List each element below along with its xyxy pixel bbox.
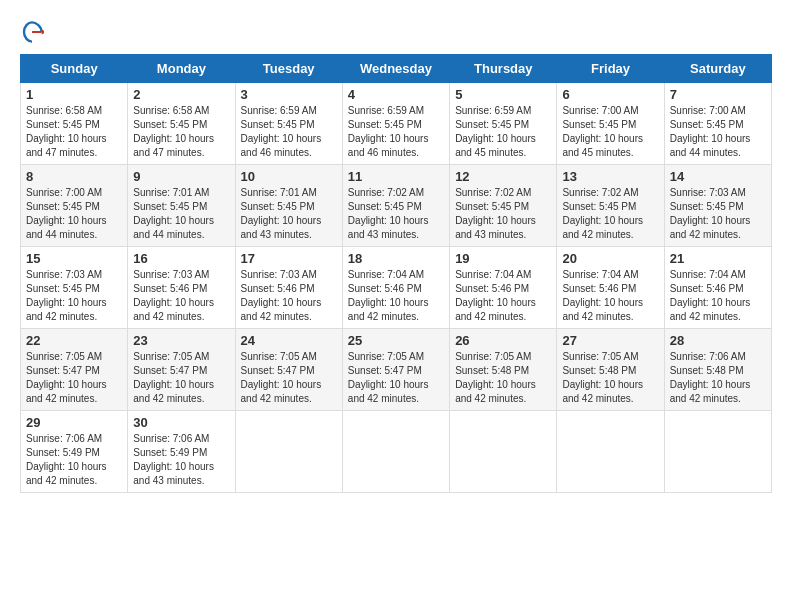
calendar-day-6: 6Sunrise: 7:00 AM Sunset: 5:45 PM Daylig…	[557, 83, 664, 165]
calendar-day-empty	[450, 411, 557, 493]
day-info: Sunrise: 7:03 AM Sunset: 5:46 PM Dayligh…	[241, 268, 337, 324]
calendar-day-empty	[235, 411, 342, 493]
calendar-day-15: 15Sunrise: 7:03 AM Sunset: 5:45 PM Dayli…	[21, 247, 128, 329]
day-info: Sunrise: 7:01 AM Sunset: 5:45 PM Dayligh…	[133, 186, 229, 242]
day-number: 16	[133, 251, 229, 266]
day-number: 3	[241, 87, 337, 102]
calendar-day-4: 4Sunrise: 6:59 AM Sunset: 5:45 PM Daylig…	[342, 83, 449, 165]
logo	[20, 20, 48, 44]
day-info: Sunrise: 7:04 AM Sunset: 5:46 PM Dayligh…	[348, 268, 444, 324]
calendar-day-27: 27Sunrise: 7:05 AM Sunset: 5:48 PM Dayli…	[557, 329, 664, 411]
day-info: Sunrise: 7:02 AM Sunset: 5:45 PM Dayligh…	[455, 186, 551, 242]
day-number: 14	[670, 169, 766, 184]
day-info: Sunrise: 7:00 AM Sunset: 5:45 PM Dayligh…	[26, 186, 122, 242]
day-info: Sunrise: 7:01 AM Sunset: 5:45 PM Dayligh…	[241, 186, 337, 242]
calendar-day-7: 7Sunrise: 7:00 AM Sunset: 5:45 PM Daylig…	[664, 83, 771, 165]
calendar-day-5: 5Sunrise: 6:59 AM Sunset: 5:45 PM Daylig…	[450, 83, 557, 165]
calendar-week-row-1: 1Sunrise: 6:58 AM Sunset: 5:45 PM Daylig…	[21, 83, 772, 165]
calendar-day-18: 18Sunrise: 7:04 AM Sunset: 5:46 PM Dayli…	[342, 247, 449, 329]
calendar-day-13: 13Sunrise: 7:02 AM Sunset: 5:45 PM Dayli…	[557, 165, 664, 247]
day-info: Sunrise: 7:04 AM Sunset: 5:46 PM Dayligh…	[562, 268, 658, 324]
day-number: 9	[133, 169, 229, 184]
day-info: Sunrise: 7:05 AM Sunset: 5:47 PM Dayligh…	[241, 350, 337, 406]
calendar-day-17: 17Sunrise: 7:03 AM Sunset: 5:46 PM Dayli…	[235, 247, 342, 329]
calendar-day-8: 8Sunrise: 7:00 AM Sunset: 5:45 PM Daylig…	[21, 165, 128, 247]
day-info: Sunrise: 7:06 AM Sunset: 5:48 PM Dayligh…	[670, 350, 766, 406]
page-header	[20, 20, 772, 44]
weekday-header-row: SundayMondayTuesdayWednesdayThursdayFrid…	[21, 55, 772, 83]
calendar-day-28: 28Sunrise: 7:06 AM Sunset: 5:48 PM Dayli…	[664, 329, 771, 411]
calendar-day-3: 3Sunrise: 6:59 AM Sunset: 5:45 PM Daylig…	[235, 83, 342, 165]
calendar-day-20: 20Sunrise: 7:04 AM Sunset: 5:46 PM Dayli…	[557, 247, 664, 329]
day-number: 10	[241, 169, 337, 184]
calendar-day-25: 25Sunrise: 7:05 AM Sunset: 5:47 PM Dayli…	[342, 329, 449, 411]
day-number: 5	[455, 87, 551, 102]
calendar-day-empty	[664, 411, 771, 493]
calendar-day-9: 9Sunrise: 7:01 AM Sunset: 5:45 PM Daylig…	[128, 165, 235, 247]
day-number: 13	[562, 169, 658, 184]
day-info: Sunrise: 7:03 AM Sunset: 5:45 PM Dayligh…	[26, 268, 122, 324]
day-info: Sunrise: 6:58 AM Sunset: 5:45 PM Dayligh…	[26, 104, 122, 160]
weekday-header-wednesday: Wednesday	[342, 55, 449, 83]
svg-marker-0	[42, 30, 44, 35]
day-info: Sunrise: 6:58 AM Sunset: 5:45 PM Dayligh…	[133, 104, 229, 160]
weekday-header-sunday: Sunday	[21, 55, 128, 83]
day-info: Sunrise: 7:06 AM Sunset: 5:49 PM Dayligh…	[26, 432, 122, 488]
calendar-header: SundayMondayTuesdayWednesdayThursdayFrid…	[21, 55, 772, 83]
logo-icon	[20, 20, 44, 44]
calendar-day-empty	[557, 411, 664, 493]
calendar-day-22: 22Sunrise: 7:05 AM Sunset: 5:47 PM Dayli…	[21, 329, 128, 411]
calendar-day-1: 1Sunrise: 6:58 AM Sunset: 5:45 PM Daylig…	[21, 83, 128, 165]
calendar-week-row-5: 29Sunrise: 7:06 AM Sunset: 5:49 PM Dayli…	[21, 411, 772, 493]
day-number: 11	[348, 169, 444, 184]
day-number: 22	[26, 333, 122, 348]
calendar-day-empty	[342, 411, 449, 493]
calendar-day-26: 26Sunrise: 7:05 AM Sunset: 5:48 PM Dayli…	[450, 329, 557, 411]
day-number: 30	[133, 415, 229, 430]
day-info: Sunrise: 7:05 AM Sunset: 5:47 PM Dayligh…	[133, 350, 229, 406]
calendar-day-19: 19Sunrise: 7:04 AM Sunset: 5:46 PM Dayli…	[450, 247, 557, 329]
day-info: Sunrise: 7:04 AM Sunset: 5:46 PM Dayligh…	[455, 268, 551, 324]
calendar-day-21: 21Sunrise: 7:04 AM Sunset: 5:46 PM Dayli…	[664, 247, 771, 329]
day-info: Sunrise: 7:05 AM Sunset: 5:47 PM Dayligh…	[26, 350, 122, 406]
day-number: 2	[133, 87, 229, 102]
day-number: 23	[133, 333, 229, 348]
day-info: Sunrise: 7:00 AM Sunset: 5:45 PM Dayligh…	[562, 104, 658, 160]
day-info: Sunrise: 7:05 AM Sunset: 5:48 PM Dayligh…	[455, 350, 551, 406]
day-info: Sunrise: 6:59 AM Sunset: 5:45 PM Dayligh…	[241, 104, 337, 160]
day-number: 6	[562, 87, 658, 102]
calendar-day-12: 12Sunrise: 7:02 AM Sunset: 5:45 PM Dayli…	[450, 165, 557, 247]
day-number: 20	[562, 251, 658, 266]
calendar-week-row-2: 8Sunrise: 7:00 AM Sunset: 5:45 PM Daylig…	[21, 165, 772, 247]
calendar-day-30: 30Sunrise: 7:06 AM Sunset: 5:49 PM Dayli…	[128, 411, 235, 493]
day-number: 25	[348, 333, 444, 348]
day-number: 19	[455, 251, 551, 266]
day-info: Sunrise: 6:59 AM Sunset: 5:45 PM Dayligh…	[348, 104, 444, 160]
day-info: Sunrise: 7:03 AM Sunset: 5:46 PM Dayligh…	[133, 268, 229, 324]
day-number: 27	[562, 333, 658, 348]
day-number: 15	[26, 251, 122, 266]
calendar-table: SundayMondayTuesdayWednesdayThursdayFrid…	[20, 54, 772, 493]
day-number: 24	[241, 333, 337, 348]
calendar-day-11: 11Sunrise: 7:02 AM Sunset: 5:45 PM Dayli…	[342, 165, 449, 247]
day-info: Sunrise: 7:02 AM Sunset: 5:45 PM Dayligh…	[348, 186, 444, 242]
calendar-day-16: 16Sunrise: 7:03 AM Sunset: 5:46 PM Dayli…	[128, 247, 235, 329]
day-number: 28	[670, 333, 766, 348]
day-number: 26	[455, 333, 551, 348]
calendar-day-14: 14Sunrise: 7:03 AM Sunset: 5:45 PM Dayli…	[664, 165, 771, 247]
calendar-body: 1Sunrise: 6:58 AM Sunset: 5:45 PM Daylig…	[21, 83, 772, 493]
day-number: 29	[26, 415, 122, 430]
weekday-header-saturday: Saturday	[664, 55, 771, 83]
day-info: Sunrise: 7:05 AM Sunset: 5:48 PM Dayligh…	[562, 350, 658, 406]
day-number: 8	[26, 169, 122, 184]
day-number: 1	[26, 87, 122, 102]
calendar-day-24: 24Sunrise: 7:05 AM Sunset: 5:47 PM Dayli…	[235, 329, 342, 411]
day-number: 12	[455, 169, 551, 184]
day-info: Sunrise: 6:59 AM Sunset: 5:45 PM Dayligh…	[455, 104, 551, 160]
day-info: Sunrise: 7:05 AM Sunset: 5:47 PM Dayligh…	[348, 350, 444, 406]
day-number: 4	[348, 87, 444, 102]
calendar-day-29: 29Sunrise: 7:06 AM Sunset: 5:49 PM Dayli…	[21, 411, 128, 493]
day-number: 7	[670, 87, 766, 102]
day-info: Sunrise: 7:02 AM Sunset: 5:45 PM Dayligh…	[562, 186, 658, 242]
day-info: Sunrise: 7:04 AM Sunset: 5:46 PM Dayligh…	[670, 268, 766, 324]
